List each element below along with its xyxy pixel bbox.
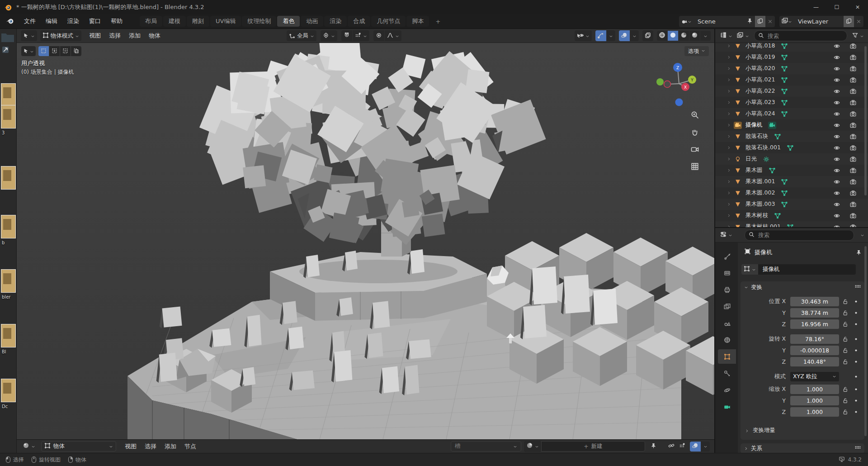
properties-tab-scene[interactable] (718, 316, 736, 330)
workspace-tab-4[interactable]: 纹理绘制 (242, 16, 276, 27)
animate-dot[interactable] (851, 299, 861, 304)
lock-toggle[interactable] (839, 409, 851, 415)
object-name[interactable]: 小草高.019 (745, 53, 775, 61)
properties-tab-object-data[interactable] (718, 399, 736, 414)
select-mode-intersect-button[interactable] (71, 46, 81, 56)
outliner-row-小草高.021[interactable]: 小草高.021 (715, 74, 868, 86)
mode-dropdown[interactable]: 物体模式 (40, 30, 81, 41)
properties-tab-tool[interactable] (718, 249, 736, 263)
animate-dot[interactable] (851, 409, 861, 414)
properties-tab-world[interactable] (718, 333, 736, 347)
workspace-tab-7[interactable]: 渲染 (324, 16, 347, 27)
hide-render-toggle[interactable] (850, 111, 856, 117)
outliner-row-小草高.023[interactable]: 小草高.023 (715, 97, 868, 108)
hide-viewport-toggle[interactable] (834, 122, 840, 128)
lock-toggle[interactable] (839, 321, 851, 327)
desktop-file-thumbnail[interactable] (1, 166, 16, 190)
outliner-row-散落石块.001[interactable]: 散落石块.001 (715, 142, 868, 153)
properties-search-input[interactable] (757, 231, 850, 239)
viewlayer-name[interactable]: ViewLayer (794, 18, 844, 25)
transform-delta-subpanel[interactable]: 变换增量 (745, 426, 775, 435)
lock-toggle[interactable] (839, 299, 851, 304)
properties-tab-view-layer[interactable] (718, 299, 736, 314)
field-value[interactable]: -0.000018 (790, 346, 839, 355)
expand-chevron[interactable] (727, 146, 731, 150)
expand-chevron[interactable] (727, 191, 731, 195)
desktop-shortcut-icon[interactable] (2, 46, 9, 53)
scene-pin-button[interactable] (745, 16, 755, 27)
viewport-menu-3[interactable]: 物体 (145, 30, 165, 42)
gizmos-dropdown[interactable] (607, 30, 615, 41)
animate-dot[interactable] (851, 398, 861, 403)
outliner-search-input[interactable] (767, 32, 843, 40)
desktop-file-thumbnail[interactable] (1, 379, 16, 402)
desktop-file-thumbnail[interactable] (1, 269, 16, 293)
lock-toggle[interactable] (839, 347, 851, 353)
pivot-point-dropdown[interactable] (321, 30, 337, 41)
shader-type-dropdown[interactable]: 物体 (41, 441, 116, 452)
workspace-tab-0[interactable]: 布局 (140, 16, 162, 27)
animate-dot[interactable] (851, 359, 861, 364)
workspace-tab-8[interactable]: 合成 (348, 16, 370, 27)
lock-toggle[interactable] (839, 398, 851, 404)
desktop-file-thumbnail[interactable] (1, 215, 16, 238)
camera-view-button[interactable] (691, 145, 699, 155)
object-browse-dropdown[interactable] (741, 264, 758, 275)
add-workspace-button[interactable]: + (430, 17, 446, 26)
topbar-menu-0[interactable]: 文件 (19, 15, 41, 27)
topbar-menu-3[interactable]: 窗口 (84, 15, 106, 27)
hide-viewport-toggle[interactable] (834, 213, 840, 219)
outliner-row-果木树枝.001[interactable]: 果木树枝.001 (715, 221, 868, 227)
object-name[interactable]: 果木圆.001 (745, 178, 775, 185)
hide-render-toggle[interactable] (850, 201, 856, 208)
topbar-menu-2[interactable]: 渲染 (62, 15, 84, 27)
hide-viewport-toggle[interactable] (834, 88, 840, 95)
expand-chevron[interactable] (727, 168, 731, 172)
outliner-row-散落石块[interactable]: 散落石块 (715, 131, 868, 142)
viewport-3d[interactable]: 选项 用户透视 (0) 场景集合 | 摄像机 Z X Y (17, 43, 714, 439)
desktop-folder-icon[interactable] (1, 32, 14, 43)
hide-viewport-toggle[interactable] (834, 66, 840, 72)
outliner-row-摄像机[interactable]: 摄像机 (715, 119, 868, 131)
hide-viewport-toggle[interactable] (834, 201, 840, 208)
xray-toggle[interactable] (642, 30, 653, 41)
outliner-row-小草高.018[interactable]: 小草高.018 (715, 43, 868, 52)
tool-options-dropdown[interactable]: 选项 (684, 46, 709, 56)
workspace-tab-9[interactable]: 几何节点 (371, 16, 406, 27)
desktop-file-thumbnail[interactable] (1, 324, 16, 347)
viewlayer-browse-dropdown[interactable] (779, 16, 794, 27)
workspace-tab-6[interactable]: 动画 (301, 16, 323, 27)
expand-chevron[interactable] (727, 44, 731, 48)
workspace-tab-10[interactable]: 脚本 (406, 16, 429, 27)
properties-tab-object[interactable] (718, 349, 736, 364)
hide-viewport-toggle[interactable] (834, 77, 840, 83)
shading-solid-button[interactable] (668, 31, 678, 41)
hide-render-toggle[interactable] (850, 66, 856, 72)
animate-dot[interactable] (851, 374, 861, 379)
expand-chevron[interactable] (727, 214, 731, 218)
shader-menu-3[interactable]: 节点 (180, 441, 200, 452)
shader-menu-0[interactable]: 视图 (121, 441, 141, 452)
topbar-menu-1[interactable]: 编辑 (41, 15, 62, 27)
overlays-toggle[interactable] (619, 30, 630, 41)
hide-render-toggle[interactable] (850, 88, 856, 95)
animate-dot[interactable] (851, 310, 861, 315)
zoom-view-button[interactable] (691, 111, 699, 121)
field-value[interactable]: 140.48° (790, 357, 839, 366)
shading-rendered-button[interactable] (689, 31, 700, 41)
material-slot-dropdown[interactable]: 槽 (451, 441, 521, 452)
expand-chevron[interactable] (727, 112, 731, 116)
relations-panel[interactable]: 关系 (741, 443, 864, 453)
workspace-tab-2[interactable]: 雕刻 (187, 16, 209, 27)
viewlayer-remove-button[interactable] (854, 16, 863, 27)
shader-snap-button[interactable] (679, 442, 685, 451)
properties-options-dropdown[interactable] (860, 231, 864, 239)
hide-render-toggle[interactable] (850, 156, 856, 162)
workspace-tab-1[interactable]: 建模 (163, 16, 186, 27)
hide-viewport-toggle[interactable] (834, 100, 840, 106)
field-value[interactable]: 1.000 (790, 407, 839, 417)
hide-viewport-toggle[interactable] (834, 156, 840, 162)
properties-search[interactable] (745, 230, 854, 241)
properties-tab-output[interactable] (718, 282, 736, 297)
lock-toggle[interactable] (839, 386, 851, 392)
